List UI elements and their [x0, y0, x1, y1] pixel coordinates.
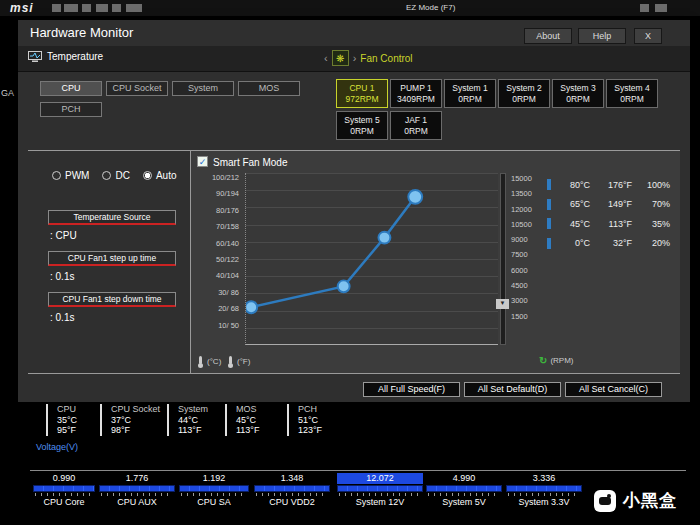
- fan-tab-system5[interactable]: System 50RPM: [336, 111, 388, 140]
- gauge-bar: [254, 485, 330, 492]
- blue-bar-icon: [547, 179, 551, 190]
- sensor-tab-pch[interactable]: PCH: [40, 102, 102, 117]
- gauge-cpu-aux: 1.776CPU AUX: [99, 473, 175, 507]
- fan-curve-panel: ✓ Smart Fan Mode 100/212 90/194 80/176 7…: [190, 151, 680, 373]
- fan-curve-point[interactable]: [338, 280, 350, 292]
- temp-f: 95°F: [57, 425, 77, 436]
- blue-bar-icon: [547, 199, 551, 210]
- radio-icon: [102, 171, 111, 180]
- chevron-right-icon[interactable]: ›: [353, 52, 357, 64]
- temp-c: 37°C: [111, 415, 160, 426]
- about-button[interactable]: About: [524, 28, 572, 44]
- sensor-tab-mos[interactable]: MOS: [238, 81, 300, 96]
- gauge-ticks: [339, 493, 421, 496]
- tab-fan-control[interactable]: ‹ ❋ › Fan Control: [324, 50, 413, 66]
- radio-pwm[interactable]: PWM: [52, 170, 89, 181]
- fan-tab-rpm: 0RPM: [499, 94, 549, 105]
- watermark: 小黑盒: [594, 489, 677, 512]
- all-set-cancel-button[interactable]: All Set Cancel(C): [565, 382, 662, 397]
- gauge-label: System 12V: [337, 497, 423, 507]
- curve-duty-pct: 20%: [632, 238, 670, 248]
- radio-selected-icon: [143, 171, 152, 180]
- fan-tab-system2[interactable]: System 20RPM: [498, 79, 550, 108]
- gauge-ticks: [101, 493, 173, 496]
- fan-tab-system4[interactable]: System 40RPM: [606, 79, 658, 108]
- axis-tick: 70/158: [193, 219, 239, 235]
- fan-tab-name: System 2: [506, 83, 541, 93]
- table-row: 65°C149°F70%: [547, 195, 670, 215]
- fahrenheit-axis-key: (°F): [227, 355, 250, 368]
- fan-tab-rpm: 0RPM: [445, 94, 495, 105]
- sensor-tab-system[interactable]: System: [172, 81, 234, 96]
- fan-tab-cpu1[interactable]: CPU 1972RPM: [336, 79, 388, 108]
- fan-tab-rpm: 3409RPM: [391, 94, 441, 105]
- fan-curve-point[interactable]: [408, 190, 422, 204]
- fan-tab-pump1[interactable]: PUMP 13409RPM: [390, 79, 442, 108]
- table-row: 45°C113°F35%: [547, 214, 670, 234]
- axis-rpm-label: (RPM): [550, 356, 573, 365]
- smart-fan-checkbox[interactable]: ✓: [197, 156, 208, 167]
- temp-f: 123°F: [298, 425, 322, 436]
- step-up-time-button[interactable]: CPU Fan1 step up time: [48, 251, 176, 266]
- step-down-time-button[interactable]: CPU Fan1 step down time: [48, 292, 176, 307]
- glitch-artifact: [52, 4, 61, 12]
- xiaoheihe-logo-icon: [594, 490, 616, 512]
- blue-bar-icon: [547, 218, 551, 229]
- all-set-default-button[interactable]: All Set Default(D): [464, 382, 561, 397]
- axis-tick: 30/ 86: [193, 285, 239, 301]
- axis-c-label: (°C): [207, 357, 221, 366]
- divider: [30, 470, 686, 471]
- axis-tick: 4500: [511, 278, 532, 293]
- step-up-time-value: : 0.1s: [50, 271, 74, 282]
- fan-curve-chart[interactable]: [245, 173, 498, 345]
- fan-curve-point[interactable]: [245, 301, 257, 313]
- radio-auto[interactable]: Auto: [143, 170, 177, 181]
- axis-tick: 12000: [511, 202, 532, 217]
- radio-dc[interactable]: DC: [102, 170, 129, 181]
- temp-c: 51°C: [298, 415, 322, 426]
- radio-auto-label: Auto: [156, 170, 177, 181]
- chevron-left-icon[interactable]: ‹: [324, 52, 328, 64]
- rpm-slider-track[interactable]: [500, 173, 506, 345]
- gauge-value: 12.072: [337, 473, 423, 484]
- help-button[interactable]: Help: [578, 28, 626, 44]
- curve-temp-f: 113°F: [590, 219, 632, 229]
- fan-curve-point[interactable]: [378, 232, 390, 244]
- tab-temperature[interactable]: Temperature: [28, 51, 103, 62]
- gauge-ticks: [256, 493, 328, 496]
- sensor-tab-cpu[interactable]: CPU: [40, 81, 102, 96]
- gauge-ticks: [181, 493, 247, 496]
- axis-tick: 9000: [511, 232, 532, 247]
- fan-tab-system3[interactable]: System 30RPM: [552, 79, 604, 108]
- fan-tab-system1[interactable]: System 10RPM: [444, 79, 496, 108]
- curve-duty-pct: 100%: [632, 180, 670, 190]
- axis-tick: 3000: [511, 293, 532, 308]
- axis-tick: 100/212: [193, 170, 239, 186]
- thermometer-icon: [227, 355, 234, 368]
- axis-f-label: (°F): [237, 357, 250, 366]
- axis-tick: 80/176: [193, 203, 239, 219]
- gauge-system-3v3: 3.336System 3.3V: [506, 473, 582, 507]
- temp-c: 45°C: [236, 415, 259, 426]
- voltage-section-label: Voltage(V): [36, 442, 78, 452]
- fan-tab-name: System 5: [344, 115, 379, 125]
- fan-tab-jaf1[interactable]: JAF 10RPM: [390, 111, 442, 140]
- all-full-speed-button[interactable]: All Full Speed(F): [363, 382, 460, 397]
- gauge-ticks: [35, 493, 93, 496]
- glitch-artifact: [126, 4, 142, 12]
- rpm-slider-handle[interactable]: ▼: [496, 299, 509, 309]
- fan-tab-rpm: 0RPM: [391, 126, 441, 137]
- axis-tick: 7500: [511, 247, 532, 262]
- close-button[interactable]: X: [634, 28, 662, 44]
- gauge-value: 0.990: [33, 473, 95, 484]
- gauge-bar: [337, 485, 423, 492]
- sensor-tab-cpu-socket[interactable]: CPU Socket: [106, 81, 168, 96]
- axis-tick: 6000: [511, 263, 532, 278]
- fan-tab-rpm: 0RPM: [337, 126, 387, 137]
- glitch-artifact: [64, 4, 78, 12]
- temperature-source-button[interactable]: Temperature Source: [48, 210, 176, 225]
- glitch-artifact: [82, 4, 91, 12]
- refresh-icon: ↻: [539, 355, 547, 366]
- step-down-time-value: : 0.1s: [50, 312, 74, 323]
- ez-mode-button[interactable]: EZ Mode (F7): [406, 3, 455, 12]
